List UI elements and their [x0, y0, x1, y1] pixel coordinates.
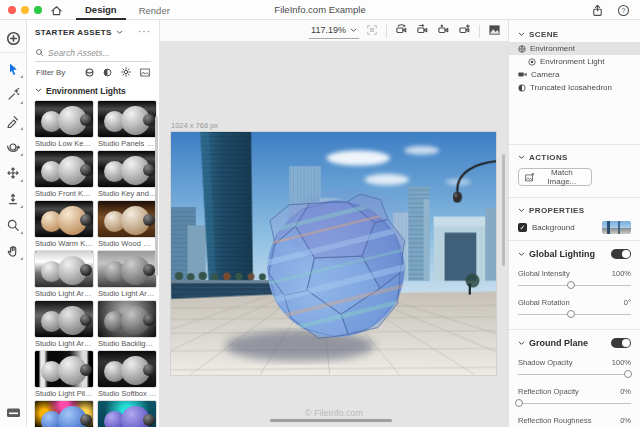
asset-item[interactable]: Studio Backlight A...: [97, 300, 157, 349]
panel-menu-icon[interactable]: ···: [138, 29, 151, 35]
slider-track[interactable]: [518, 398, 631, 410]
background-checkbox[interactable]: ✓: [518, 223, 527, 232]
filter-lights-icon[interactable]: [121, 63, 131, 81]
slider-shadow-opacity: Shadow Opacity 100%: [509, 358, 640, 381]
magic-wand-tool[interactable]: [0, 82, 27, 108]
assets-scrollbar[interactable]: [155, 116, 158, 276]
vertical-scrollbar[interactable]: [502, 154, 505, 266]
zoom-tool[interactable]: [0, 212, 27, 238]
asset-item[interactable]: Studio Wood Wind...: [97, 200, 157, 249]
scene-item-environment-light[interactable]: Environment Light: [509, 55, 640, 68]
add-camera-bookmark-icon[interactable]: [458, 22, 471, 40]
assets-panel-title[interactable]: STARTER ASSETS: [35, 28, 112, 37]
slider-value: 0°: [624, 298, 631, 307]
svg-text:?: ?: [622, 7, 626, 14]
canvas-toolbar: 117.19%: [160, 20, 508, 42]
keyboard-shortcuts-button[interactable]: [0, 407, 27, 419]
asset-item[interactable]: Studio Light Arche...: [34, 300, 94, 349]
asset-item[interactable]: Studio Key and Fil...: [97, 150, 157, 199]
hand-tool[interactable]: [0, 238, 27, 264]
slider-handle[interactable]: [567, 281, 575, 289]
dolly-tool[interactable]: [0, 186, 27, 212]
asset-item[interactable]: Studio Softbox 3 P...: [97, 350, 157, 399]
slider-label: Global Intensity: [518, 269, 570, 278]
filter-images-icon[interactable]: [140, 63, 150, 81]
asset-label: Studio Low Key Li...: [34, 138, 94, 149]
window-controls[interactable]: [8, 6, 42, 14]
zoom-window-icon[interactable]: [34, 6, 42, 14]
asset-thumbnail: [97, 200, 157, 238]
slider-handle[interactable]: [624, 370, 632, 378]
select-tool[interactable]: [0, 56, 27, 82]
global-lighting-toggle[interactable]: [611, 249, 631, 259]
asset-thumbnail: [34, 100, 94, 138]
asset-thumbnail: [34, 300, 94, 338]
viewport[interactable]: 1024 x 768 px: [160, 42, 508, 427]
asset-item[interactable]: Studio Low Key Li...: [34, 100, 94, 149]
search-input[interactable]: [48, 48, 138, 58]
asset-item[interactable]: [97, 400, 157, 427]
orbit-camera-icon[interactable]: [395, 22, 408, 40]
actions-header: ACTIONS: [529, 153, 568, 162]
ground-plane-toggle[interactable]: [611, 338, 631, 348]
minimize-window-icon[interactable]: [21, 6, 29, 14]
slider-track[interactable]: [518, 369, 631, 381]
asset-label: Studio Light Arche...: [34, 338, 94, 349]
asset-item[interactable]: Studio Panels Light: [97, 100, 157, 149]
asset-thumbnail: [97, 400, 157, 427]
search-icon: [35, 48, 44, 57]
render-preview-icon[interactable]: [488, 22, 501, 40]
asset-item[interactable]: [34, 400, 94, 427]
dolly-camera-icon[interactable]: [437, 22, 450, 40]
match-image-button[interactable]: Match Image...: [518, 168, 592, 186]
asset-thumbnail: [97, 150, 157, 188]
tab-render[interactable]: Render: [130, 0, 179, 20]
slider-handle[interactable]: [515, 399, 523, 407]
filter-models-icon[interactable]: [85, 63, 94, 81]
section-collapse-icon[interactable]: [35, 88, 42, 93]
asset-item[interactable]: Studio Light Pillars...: [34, 350, 94, 399]
asset-item[interactable]: Studio Front Key L...: [34, 150, 94, 199]
chevron-down-icon[interactable]: [518, 252, 525, 257]
tab-design[interactable]: Design: [76, 0, 126, 20]
sampler-tool[interactable]: [0, 108, 27, 134]
asset-label: Studio Wood Wind...: [97, 238, 157, 249]
home-icon[interactable]: [50, 3, 63, 21]
pan-camera-icon[interactable]: [416, 22, 429, 40]
slider-track[interactable]: [518, 309, 631, 321]
help-icon[interactable]: ?: [617, 3, 630, 21]
filter-by-label: Filter By: [36, 68, 65, 77]
ground-plane-header: Ground Plane: [529, 338, 588, 348]
slider-reflection-opacity: Reflection Opacity 0%: [509, 387, 640, 410]
watermark: © FileInfo.com: [160, 408, 508, 418]
orbit-tool[interactable]: [0, 134, 27, 160]
pan-tool[interactable]: [0, 160, 27, 186]
scene-item-truncated-icosahedron[interactable]: Truncated Icosahedron: [509, 81, 640, 94]
canvas-scene[interactable]: [171, 132, 496, 375]
mode-tabs: Design Render: [76, 0, 179, 20]
slider-value: 100%: [612, 269, 631, 278]
chevron-down-icon[interactable]: [518, 208, 525, 213]
scene-item-label: Truncated Icosahedron: [530, 83, 612, 92]
asset-thumbnail: [97, 350, 157, 388]
asset-item[interactable]: Studio Light Arche...: [34, 250, 94, 299]
add-and-import-button[interactable]: [0, 25, 27, 53]
share-icon[interactable]: [591, 3, 604, 21]
chevron-down-icon[interactable]: [518, 32, 525, 37]
zoom-level-dropdown[interactable]: 117.19%: [309, 22, 359, 39]
slider-track[interactable]: [518, 280, 631, 292]
slider-handle[interactable]: [567, 310, 575, 318]
background-thumbnail[interactable]: [602, 221, 631, 234]
chevron-down-icon[interactable]: [518, 155, 525, 160]
app-window: Design Render FileInfo.com Example ?: [0, 0, 640, 427]
asset-item[interactable]: Studio Warm Key ...: [34, 200, 94, 249]
chevron-down-icon[interactable]: [518, 341, 525, 346]
scene-item-environment[interactable]: Environment: [509, 42, 640, 55]
asset-item[interactable]: Studio Light Arche...: [97, 250, 157, 299]
close-window-icon[interactable]: [8, 6, 16, 14]
scene-item-camera[interactable]: Camera: [509, 68, 640, 81]
background-property-row: ✓ Background: [509, 218, 640, 236]
filter-materials-icon[interactable]: [103, 63, 112, 81]
zoom-to-fit-icon[interactable]: [366, 22, 378, 40]
horizontal-scrollbar[interactable]: [270, 419, 392, 422]
